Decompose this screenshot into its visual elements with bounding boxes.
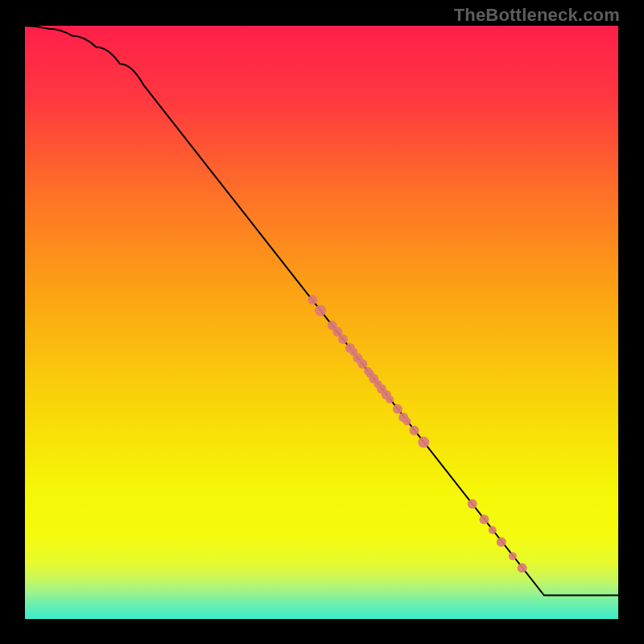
marker-group: [308, 295, 526, 572]
marker-p-79: [489, 526, 497, 534]
marker-p-49: [315, 305, 326, 316]
plot-area: [25, 26, 618, 619]
marker-p-66: [409, 426, 419, 436]
marker-p-77: [479, 514, 489, 524]
marker-p-63: [393, 404, 402, 414]
marker-p-84: [518, 564, 527, 573]
marker-p-82: [509, 552, 517, 560]
marker-p-48: [308, 295, 317, 304]
marker-p-75: [468, 499, 477, 509]
marker-p-61b: [386, 395, 394, 403]
marker-p-53: [338, 334, 348, 344]
chart-svg: [25, 26, 618, 619]
chart-frame: TheBottleneck.com: [0, 0, 644, 644]
marker-p-64b: [403, 418, 411, 426]
marker-p-67: [418, 436, 429, 448]
marker-p-57: [357, 359, 367, 369]
marker-p-80: [497, 537, 506, 547]
watermark-label: TheBottleneck.com: [454, 5, 620, 26]
